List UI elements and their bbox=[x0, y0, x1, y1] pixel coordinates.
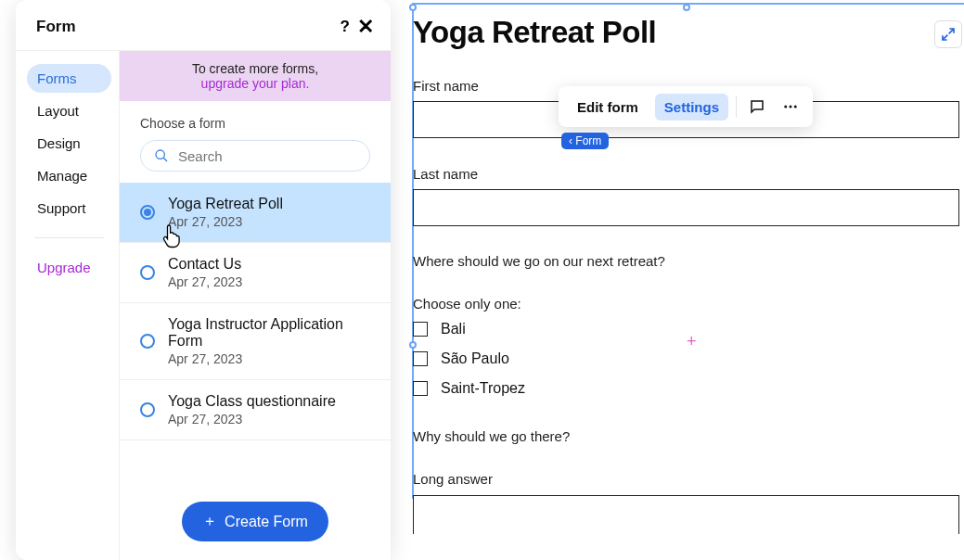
form-item-name: Yoga Instructor Application Form bbox=[168, 316, 370, 350]
help-icon[interactable]: ? bbox=[341, 18, 350, 36]
banner-line1: To create more forms, bbox=[192, 61, 318, 76]
form-item-date: Apr 27, 2023 bbox=[168, 351, 370, 366]
form-item-name: Yoga Retreat Poll bbox=[168, 196, 283, 212]
add-marker-icon[interactable]: + bbox=[687, 332, 697, 351]
form-item[interactable]: Yoga Class questionnaire Apr 27, 2023 bbox=[120, 380, 391, 440]
upgrade-banner: To create more forms, upgrade your plan. bbox=[120, 51, 391, 101]
form-title: Yoga Retreat Poll bbox=[413, 15, 656, 50]
sidebar-item-design[interactable]: Design bbox=[27, 129, 111, 158]
create-btn-wrap: ＋ Create Form bbox=[120, 483, 391, 560]
sidebar-item-manage[interactable]: Manage bbox=[27, 161, 111, 190]
choose-form-label: Choose a form bbox=[120, 101, 391, 140]
sidebar-upgrade[interactable]: Upgrade bbox=[27, 253, 111, 282]
option-label: Saint-Tropez bbox=[441, 380, 525, 397]
svg-point-4 bbox=[794, 106, 797, 108]
option-label: São Paulo bbox=[441, 350, 509, 367]
option-item[interactable]: São Paulo bbox=[413, 350, 525, 367]
option-item[interactable]: Saint-Tropez bbox=[413, 380, 525, 397]
last-name-label: Last name bbox=[413, 166, 478, 182]
form-item[interactable]: Yoga Retreat Poll Apr 27, 2023 bbox=[120, 183, 391, 243]
options-group: Bali São Paulo Saint-Tropez bbox=[413, 321, 525, 397]
element-tag[interactable]: ‹ Form bbox=[561, 133, 609, 149]
form-item-text: Yoga Class questionnaire Apr 27, 2023 bbox=[168, 393, 336, 426]
edit-form-button[interactable]: Edit form bbox=[568, 94, 648, 121]
svg-line-1 bbox=[163, 158, 167, 161]
panel-body: Forms Layout Design Manage Support Upgra… bbox=[16, 51, 391, 560]
create-form-label: Create Form bbox=[225, 514, 308, 530]
checkbox-icon[interactable] bbox=[413, 322, 428, 337]
comment-icon bbox=[749, 98, 765, 115]
search-icon bbox=[154, 148, 169, 163]
search-box[interactable] bbox=[140, 140, 370, 172]
choose-one-label: Choose only one: bbox=[413, 296, 521, 312]
radio-icon[interactable] bbox=[140, 402, 155, 417]
svg-point-3 bbox=[790, 106, 792, 108]
long-answer-label: Long answer bbox=[413, 471, 493, 487]
first-name-label: First name bbox=[413, 78, 479, 94]
form-item-text: Yoga Instructor Application Form Apr 27,… bbox=[168, 316, 370, 366]
option-label: Bali bbox=[441, 321, 466, 337]
form-list: Yoga Retreat Poll Apr 27, 2023 Contact U… bbox=[120, 183, 391, 483]
retreat-question: Where should we go on our next retreat? bbox=[413, 253, 665, 269]
sidebar-divider bbox=[34, 237, 104, 238]
form-canvas: + Yoga Retreat Poll First name Last name… bbox=[413, 0, 964, 560]
sidebar-item-forms[interactable]: Forms bbox=[27, 64, 111, 93]
expand-icon bbox=[941, 27, 956, 42]
form-item-name: Contact Us bbox=[168, 256, 242, 273]
radio-checked-icon[interactable] bbox=[140, 205, 155, 220]
last-name-input[interactable] bbox=[413, 189, 959, 226]
panel-header-actions: ? ✕ bbox=[341, 17, 374, 37]
element-toolbar: Edit form Settings bbox=[559, 86, 813, 127]
form-item-name: Yoga Class questionnaire bbox=[168, 393, 336, 410]
search-input[interactable] bbox=[178, 148, 356, 164]
panel-content: To create more forms, upgrade your plan.… bbox=[119, 51, 391, 560]
selection-outline bbox=[412, 3, 964, 499]
sidebar-item-support[interactable]: Support bbox=[27, 194, 111, 223]
radio-icon[interactable] bbox=[140, 265, 155, 280]
more-icon bbox=[782, 98, 799, 115]
upgrade-link[interactable]: upgrade your plan. bbox=[201, 76, 310, 91]
form-item-text: Yoga Retreat Poll Apr 27, 2023 bbox=[168, 196, 283, 229]
form-item[interactable]: Yoga Instructor Application Form Apr 27,… bbox=[120, 303, 391, 380]
option-item[interactable]: Bali bbox=[413, 321, 525, 337]
search-wrap bbox=[120, 140, 391, 183]
radio-icon[interactable] bbox=[140, 334, 155, 349]
create-form-button[interactable]: ＋ Create Form bbox=[182, 502, 328, 541]
settings-button[interactable]: Settings bbox=[655, 94, 728, 121]
more-button[interactable] bbox=[778, 98, 803, 115]
panel-header: Form ? ✕ bbox=[16, 0, 391, 51]
svg-point-0 bbox=[156, 150, 164, 159]
checkbox-icon[interactable] bbox=[413, 351, 428, 366]
why-question: Why should we go there? bbox=[413, 428, 570, 444]
form-item-date: Apr 27, 2023 bbox=[168, 412, 336, 426]
form-item-date: Apr 27, 2023 bbox=[168, 274, 242, 289]
comment-button[interactable] bbox=[744, 98, 770, 115]
resize-handle-tm[interactable] bbox=[683, 4, 690, 11]
checkbox-icon[interactable] bbox=[413, 381, 428, 396]
sidebar-item-layout[interactable]: Layout bbox=[27, 96, 111, 125]
expand-button[interactable] bbox=[934, 20, 962, 48]
long-answer-input[interactable] bbox=[413, 495, 959, 534]
close-icon[interactable]: ✕ bbox=[357, 17, 374, 37]
panel-title: Form bbox=[36, 18, 76, 36]
form-item[interactable]: Contact Us Apr 27, 2023 bbox=[120, 243, 391, 303]
svg-point-2 bbox=[784, 106, 787, 108]
sidebar: Forms Layout Design Manage Support Upgra… bbox=[16, 51, 119, 560]
resize-handle-tl[interactable] bbox=[409, 4, 417, 11]
toolbar-divider bbox=[736, 95, 737, 118]
plus-icon: ＋ bbox=[202, 512, 217, 531]
form-panel: Form ? ✕ Forms Layout Design Manage Supp… bbox=[16, 0, 391, 560]
form-item-date: Apr 27, 2023 bbox=[168, 214, 283, 229]
form-item-text: Contact Us Apr 27, 2023 bbox=[168, 256, 242, 289]
